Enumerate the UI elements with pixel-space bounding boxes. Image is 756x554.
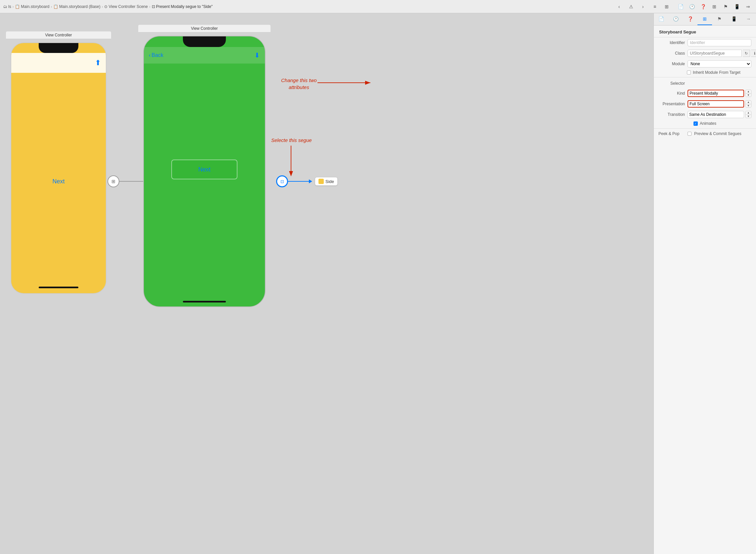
presentation-stepper-down[interactable]: ▼ bbox=[746, 104, 751, 108]
panel-tab-flag[interactable]: ⚑ bbox=[712, 13, 727, 25]
nav-menu-button[interactable]: ≡ bbox=[650, 2, 659, 11]
storyboard-base-icon: 📋 bbox=[53, 4, 58, 9]
mid-vc-header: View Controller bbox=[138, 25, 270, 33]
class-refresh-button[interactable]: ↻ bbox=[743, 50, 750, 57]
class-row: ↻ ℹ ▼ bbox=[688, 50, 756, 57]
toolbar: 🗂 ls › 📋 Main.storyboard › 📋 Main.storyb… bbox=[0, 0, 756, 13]
side-badge-icon bbox=[318, 179, 324, 184]
nav-warning-button[interactable]: ⚠ bbox=[626, 2, 636, 11]
identifier-label: Identifier bbox=[658, 40, 685, 45]
panel-tab-file[interactable]: 📄 bbox=[654, 13, 668, 25]
mid-phone-content: Next bbox=[144, 63, 265, 275]
nav-back-button[interactable]: ‹ bbox=[615, 2, 624, 11]
breadcrumb-item-segue[interactable]: ⊡ Present Modally segue to "Side" bbox=[152, 4, 213, 9]
breadcrumb-item-ls[interactable]: 🗂 ls bbox=[3, 4, 11, 9]
inherit-row: Inherit Module From Target bbox=[654, 69, 756, 76]
flag-toolbar-icon[interactable]: ⚑ bbox=[721, 2, 730, 11]
inherit-checkbox[interactable] bbox=[687, 70, 691, 74]
device-toolbar-icon[interactable]: 📱 bbox=[732, 2, 742, 11]
panel-tab-help[interactable]: ❓ bbox=[683, 13, 697, 25]
module-row: None bbox=[688, 60, 751, 67]
presentation-stepper-up[interactable]: ▲ bbox=[746, 101, 751, 104]
panel-row-kind: Kind Present Modally ▲ ▼ bbox=[654, 88, 756, 99]
file-toolbar-icon[interactable]: 📄 bbox=[676, 2, 685, 11]
identifier-input[interactable] bbox=[688, 39, 751, 46]
kind-label: Kind bbox=[658, 91, 685, 96]
back-chevron-icon: ‹ bbox=[149, 52, 150, 58]
main-area: View Controller ⬆ Next ⊞ View bbox=[0, 13, 756, 554]
panel-tab-forward[interactable]: → bbox=[741, 13, 756, 25]
storyboard-icon: 📋 bbox=[15, 4, 20, 9]
breadcrumb-sep-2: › bbox=[51, 5, 52, 9]
animates-row: ✓ Animates bbox=[654, 120, 756, 127]
mid-phone-body: ‹ Back ⬇ Next bbox=[143, 36, 265, 307]
left-phone-notch bbox=[39, 43, 78, 53]
folder-icon: 🗂 bbox=[3, 4, 7, 9]
panel-tab-device[interactable]: 📱 bbox=[727, 13, 741, 25]
presentation-stepper[interactable]: ▲ ▼ bbox=[745, 100, 751, 108]
transition-stepper[interactable]: ▲ ▼ bbox=[745, 111, 751, 118]
transition-select[interactable]: Same As Destination bbox=[688, 111, 744, 118]
divider-2 bbox=[654, 128, 756, 129]
download-icon: ⬇ bbox=[254, 51, 260, 59]
panel-title: Storyboard Segue bbox=[654, 25, 756, 38]
left-segue-icon: ⊞ bbox=[108, 175, 119, 187]
canvas-area: View Controller ⬆ Next ⊞ View bbox=[0, 13, 653, 554]
animates-label: Animates bbox=[700, 121, 716, 126]
mid-phone-home-bar bbox=[183, 301, 226, 302]
mid-vc-container: View Controller ‹ Back ⬇ Next bbox=[138, 25, 270, 311]
mid-next-button[interactable]: Next bbox=[171, 160, 238, 179]
class-input[interactable] bbox=[688, 50, 742, 57]
breadcrumb-item-main-storyboard-base[interactable]: 📋 Main.storyboard (Base) bbox=[53, 4, 101, 9]
scene-icon: ⊙ bbox=[104, 4, 108, 9]
help-toolbar-icon[interactable]: ❓ bbox=[698, 2, 708, 11]
right-toolbar-icons: 📄 🕐 ❓ ⊞ ⚑ 📱 ⇒ bbox=[676, 2, 753, 11]
module-select[interactable]: None bbox=[688, 60, 751, 67]
share-icon: ⬆ bbox=[95, 59, 101, 67]
kind-stepper[interactable]: ▲ ▼ bbox=[745, 90, 751, 97]
breadcrumb-item-main-storyboard[interactable]: 📋 Main.storyboard bbox=[15, 4, 49, 9]
kind-stepper-down[interactable]: ▼ bbox=[746, 94, 751, 97]
library-toolbar-icon[interactable]: ⊞ bbox=[710, 2, 719, 11]
selector-label: Selector bbox=[658, 81, 685, 86]
transition-stepper-down[interactable]: ▼ bbox=[746, 115, 751, 118]
panel-tab-clock[interactable]: 🕐 bbox=[668, 13, 683, 25]
left-vc-container: View Controller ⬆ Next bbox=[6, 32, 111, 297]
annotation-select-segue: Selecte this segue bbox=[271, 137, 312, 143]
left-vc-header: View Controller bbox=[6, 32, 111, 39]
nav-grid-button[interactable]: ⊞ bbox=[662, 2, 671, 11]
annotation-arrow-2 bbox=[288, 146, 327, 179]
annotation-change-attributes: Change this two attributes bbox=[281, 77, 317, 91]
right-segue-arrowhead bbox=[309, 179, 312, 183]
panel-row-transition: Transition Same As Destination ▲ ▼ bbox=[654, 109, 756, 120]
panel-tab-library[interactable]: ⊞ bbox=[697, 13, 712, 25]
transition-stepper-up[interactable]: ▲ bbox=[746, 111, 751, 115]
panel-row-class: Class ↻ ℹ ▼ bbox=[654, 48, 756, 59]
panel-row-module: Module None bbox=[654, 59, 756, 69]
panel-row-identifier: Identifier bbox=[654, 38, 756, 48]
kind-stepper-up[interactable]: ▲ bbox=[746, 90, 751, 94]
right-segue-area[interactable]: ⊡ Side bbox=[276, 175, 338, 187]
back-button[interactable]: ‹ Back bbox=[149, 52, 164, 58]
presentation-label: Presentation bbox=[658, 102, 685, 106]
forward-toolbar-icon[interactable]: ⇒ bbox=[743, 2, 753, 11]
animates-checkbox[interactable]: ✓ bbox=[693, 121, 698, 126]
clock-toolbar-icon[interactable]: 🕐 bbox=[687, 2, 696, 11]
class-label: Class bbox=[658, 51, 685, 56]
breadcrumb: 🗂 ls › 📋 Main.storyboard › 📋 Main.storyb… bbox=[3, 4, 613, 9]
presentation-select-row: Full Screen ▲ ▼ bbox=[688, 100, 751, 108]
right-panel: 📄 🕐 ❓ ⊞ ⚑ 📱 → Storyboard Segue Identifie… bbox=[653, 13, 756, 554]
annotation-arrow-1 bbox=[317, 73, 384, 99]
peek-pop-row: Peek & Pop Preview & Commit Segues bbox=[654, 130, 756, 137]
presentation-select[interactable]: Full Screen bbox=[688, 100, 744, 108]
class-info-button[interactable]: ℹ bbox=[751, 50, 756, 57]
peek-pop-label: Peek & Pop bbox=[658, 131, 685, 136]
mid-phone-notch bbox=[183, 37, 226, 47]
peek-pop-checkbox[interactable] bbox=[688, 132, 692, 136]
kind-select[interactable]: Present Modally bbox=[688, 90, 744, 97]
nav-forward-button[interactable]: › bbox=[638, 2, 647, 11]
left-phone-home-bar bbox=[39, 287, 78, 288]
module-label: Module bbox=[658, 62, 685, 66]
breadcrumb-item-scene[interactable]: ⊙ View Controller Scene bbox=[104, 4, 148, 9]
left-next-label: Next bbox=[52, 178, 64, 185]
